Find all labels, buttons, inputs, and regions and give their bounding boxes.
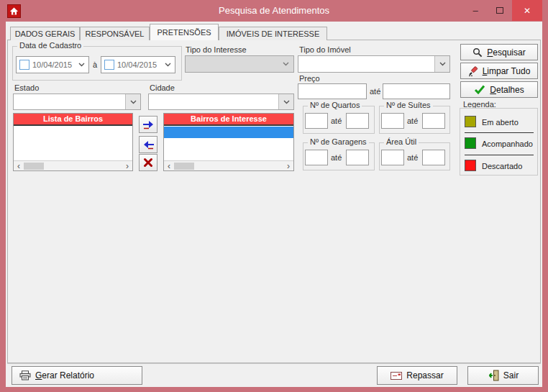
date-from-value: 10/04/2015 (32, 60, 78, 69)
x-icon (143, 158, 153, 168)
garagens-ate-label: até (331, 153, 342, 162)
garagens-min-input[interactable] (305, 150, 328, 165)
tipo-interesse-value (186, 56, 278, 72)
bairros-interesse-header: Bairros de Interesse (164, 114, 293, 126)
suites-max-input[interactable] (422, 113, 445, 129)
area-util-label: Área Útil (384, 137, 419, 146)
check-icon (474, 85, 485, 94)
lista-bairros-list[interactable]: Lista de Bairros ‹ › (13, 113, 133, 171)
scroll-right-icon[interactable]: › (122, 161, 132, 171)
quartos-max-input[interactable] (346, 113, 369, 129)
cidade-select[interactable] (148, 94, 294, 110)
tipo-interesse-label: Tipo do Interesse (186, 45, 247, 54)
tipo-imovel-value (298, 56, 434, 72)
scrollbar-thumb[interactable] (174, 163, 194, 170)
move-right-button[interactable] (139, 116, 157, 133)
bairros-interesse-list[interactable]: Bairros de Interesse ‹ › (163, 113, 294, 171)
gerar-relatorio-label: Gerar Relatório (35, 370, 94, 380)
eraser-icon (468, 66, 478, 76)
estado-select[interactable] (13, 94, 141, 110)
tab-responsavel[interactable]: RESPONSÁVEL (80, 27, 150, 40)
bairros-interesse-hscrollbar[interactable]: ‹ › (164, 160, 293, 170)
cidade-label: Cidade (150, 83, 175, 92)
maximize-button[interactable] (488, 0, 511, 21)
limpar-tudo-button[interactable]: Limpar Tudo (460, 63, 538, 79)
legenda-box: Em aberto Acompanhado Descartado (460, 108, 538, 176)
preco-min-input[interactable] (298, 83, 367, 99)
date-to-checkbox[interactable] (104, 60, 114, 70)
tab-dados-gerais[interactable]: DADOS GERAIS (10, 27, 80, 40)
close-button[interactable]: ✕ (512, 0, 542, 21)
maximize-icon (496, 7, 503, 14)
limpar-tudo-label: Limpar Tudo (483, 66, 531, 76)
date-separator-label: à (93, 60, 97, 69)
quartos-label: Nº de Quartos (308, 101, 362, 109)
remove-button[interactable] (139, 154, 157, 171)
date-to-picker[interactable]: 10/04/2015 (101, 56, 175, 73)
quartos-ate-label: até (331, 117, 342, 125)
chevron-down-icon[interactable] (78, 63, 88, 67)
scrollbar-thumb[interactable] (24, 163, 44, 170)
chevron-down-icon[interactable] (278, 56, 293, 72)
envelope-icon (391, 372, 402, 380)
lista-bairros-header: Lista de Bairros (14, 114, 132, 126)
search-icon (472, 47, 483, 58)
chevron-down-icon[interactable] (434, 56, 449, 72)
estado-label: Estado (14, 83, 39, 92)
date-from-picker[interactable]: 10/04/2015 (16, 56, 89, 73)
scroll-left-icon[interactable]: ‹ (14, 161, 24, 171)
legend-label-em-aberto: Em aberto (482, 118, 519, 127)
pesquisar-button[interactable]: Pesquisar (460, 44, 538, 60)
move-left-button[interactable] (139, 136, 157, 153)
scroll-left-icon[interactable]: ‹ (164, 161, 174, 171)
arrow-right-icon (142, 119, 155, 129)
suites-ate-label: até (407, 117, 418, 125)
tipo-interesse-select[interactable] (185, 55, 294, 73)
garagens-max-input[interactable] (346, 150, 369, 165)
scroll-right-icon[interactable]: › (283, 161, 293, 171)
date-from-checkbox[interactable] (19, 60, 29, 70)
area-util-min-input[interactable] (381, 150, 404, 165)
chevron-down-icon[interactable] (165, 63, 175, 67)
quartos-min-input[interactable] (305, 113, 328, 129)
garagens-label: Nº de Garagens (308, 137, 369, 146)
estado-value (14, 94, 125, 109)
sair-label: Sair (503, 370, 519, 380)
cidade-value (149, 94, 278, 109)
titlebar: Pesquisa de Atendimentos – ✕ (0, 0, 548, 22)
area-util-max-input[interactable] (422, 150, 445, 165)
suites-min-input[interactable] (381, 113, 404, 129)
tab-imoveis-de-interesse[interactable]: IMÓVEIS DE INTERESSE (219, 27, 327, 40)
minimize-button[interactable]: – (464, 0, 487, 21)
detalhes-label: Detalhes (490, 85, 524, 95)
chevron-down-icon[interactable] (125, 94, 140, 109)
legend-swatch-descartado (465, 160, 476, 171)
area-util-ate-label: até (407, 153, 418, 162)
preco-label: Preço (299, 74, 320, 83)
legend-swatch-acompanhado (465, 137, 476, 149)
tab-pretensoes[interactable]: PRETENSÕES (150, 24, 219, 40)
repassar-button[interactable]: Repassar (377, 366, 457, 385)
detalhes-button[interactable]: Detalhes (460, 81, 538, 98)
tipo-imovel-label: Tipo do Imóvel (299, 45, 351, 54)
lista-bairros-hscrollbar[interactable]: ‹ › (14, 160, 132, 170)
legend-label-descartado: Descartado (482, 162, 522, 170)
arrow-left-icon (142, 140, 155, 150)
printer-icon (19, 370, 31, 380)
lista-bairros-body[interactable] (14, 126, 132, 160)
preco-ate-label: até (370, 87, 380, 96)
gerar-relatorio-button[interactable]: Gerar Relatório (12, 366, 142, 385)
preco-max-input[interactable] (383, 83, 450, 99)
chevron-down-icon[interactable] (278, 94, 293, 109)
date-to-value: 10/04/2015 (117, 60, 165, 69)
suites-label: Nº de Suítes (384, 101, 433, 109)
selected-row-highlight[interactable] (164, 127, 293, 138)
bairros-interesse-body[interactable] (164, 126, 293, 160)
tipo-imovel-select[interactable] (298, 55, 450, 73)
pesquisar-label: Pesquisar (487, 47, 525, 58)
legend-swatch-em-aberto (465, 116, 476, 127)
exit-door-icon (488, 370, 499, 381)
repassar-label: Repassar (406, 370, 443, 380)
legend-label-acompanhado: Acompanhado (482, 140, 533, 148)
sair-button[interactable]: Sair (467, 366, 539, 385)
